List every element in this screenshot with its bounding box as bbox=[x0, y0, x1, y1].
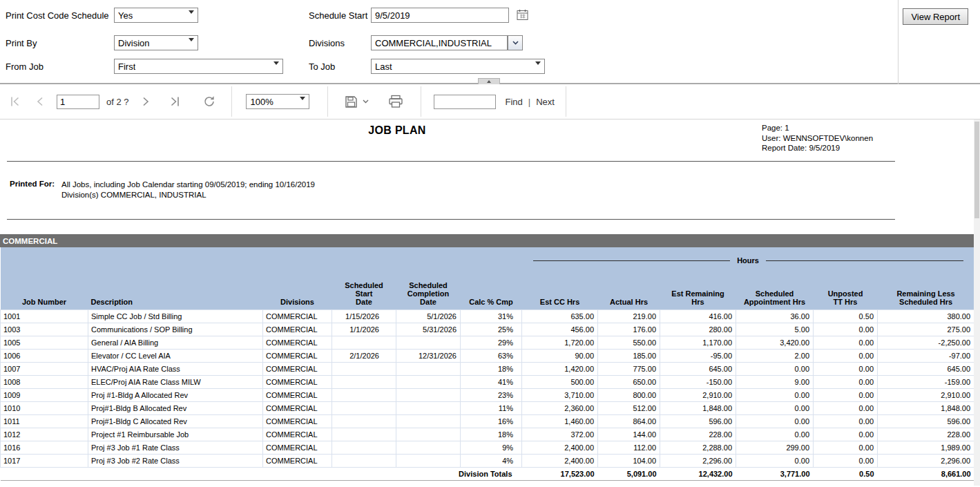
collapse-parameters-handle[interactable] bbox=[478, 78, 500, 84]
table-cell: Elevator / CC Level AIA bbox=[88, 349, 263, 362]
table-cell: 0.00 bbox=[736, 428, 814, 441]
print-cost-code-schedule-select[interactable]: Yes bbox=[114, 8, 198, 23]
print-cost-code-schedule-label: Print Cost Code Schedule bbox=[6, 10, 109, 21]
zoom-select[interactable]: 100% bbox=[246, 94, 309, 109]
next-page-button[interactable] bbox=[137, 93, 154, 110]
table-cell: General / AIA Billing bbox=[88, 336, 263, 349]
vertical-scrollbar[interactable] bbox=[974, 120, 980, 486]
table-cell: 650.00 bbox=[598, 375, 660, 388]
table-cell: 2/1/2026 bbox=[332, 349, 396, 362]
calendar-icon[interactable] bbox=[516, 9, 530, 23]
table-cell: Proj #3 Job #1 Rate Class bbox=[88, 441, 263, 454]
table-cell: 5/31/2026 bbox=[396, 323, 461, 336]
table-row: 1017Proj #3 Job #2 Rate ClassCOMMERCIAL4… bbox=[1, 454, 974, 467]
view-report-button[interactable]: View Report bbox=[903, 8, 968, 25]
table-cell: 2,296.00 bbox=[660, 454, 736, 467]
table-cell: 864.00 bbox=[598, 414, 660, 428]
report-body: JOB PLAN Page: 1 User: WENNSOFTDEV\konne… bbox=[0, 120, 980, 486]
from-job-value: First bbox=[118, 61, 135, 72]
table-cell: 1,170.00 bbox=[660, 336, 736, 349]
export-dropdown-icon[interactable] bbox=[361, 93, 371, 110]
table-row: 1009Proj #1-Bldg A Allocated RevCOMMERCI… bbox=[1, 388, 974, 401]
last-page-button[interactable] bbox=[166, 93, 183, 110]
table-cell: 645.00 bbox=[660, 362, 736, 375]
table-cell: -95.00 bbox=[660, 349, 736, 362]
print-by-select[interactable]: Division bbox=[114, 35, 198, 50]
table-cell: 416.00 bbox=[660, 309, 736, 323]
table-cell: 9.00 bbox=[736, 375, 814, 388]
table-cell bbox=[332, 362, 396, 375]
find-input[interactable] bbox=[434, 95, 496, 109]
print-icon[interactable] bbox=[387, 93, 404, 110]
page-number-input[interactable] bbox=[57, 95, 99, 109]
table-cell: 0.00 bbox=[814, 362, 878, 375]
table-cell: 2.00 bbox=[736, 349, 814, 362]
printed-for-label: Printed For: bbox=[10, 180, 61, 200]
table-cell bbox=[332, 401, 396, 414]
table-cell: 0.00 bbox=[814, 414, 878, 428]
table-row: 1010Proj#1-Bldg B Allocated RevCOMMERCIA… bbox=[1, 401, 974, 414]
table-cell bbox=[396, 414, 461, 428]
previous-page-button[interactable] bbox=[32, 93, 48, 110]
column-header: Scheduled Appointment Hrs bbox=[736, 274, 814, 309]
find-link[interactable]: Find bbox=[506, 97, 523, 107]
table-cell: 0.00 bbox=[814, 428, 878, 441]
table-cell: 1005 bbox=[1, 336, 88, 349]
report-header: JOB PLAN Page: 1 User: WENNSOFTDEV\konne… bbox=[0, 120, 980, 161]
hours-group-label: Hours bbox=[737, 256, 759, 265]
table-cell: 41% bbox=[461, 375, 522, 388]
divisions-input[interactable] bbox=[371, 35, 508, 50]
divisions-dropdown-button[interactable] bbox=[508, 35, 523, 50]
table-cell: 228.00 bbox=[660, 428, 736, 441]
table-cell: COMMERCIAL bbox=[263, 349, 332, 362]
refresh-button[interactable] bbox=[201, 93, 218, 110]
schedule-start-label: Schedule Start bbox=[309, 10, 367, 21]
export-save-icon[interactable] bbox=[343, 93, 360, 110]
table-cell: 0.00 bbox=[814, 336, 878, 349]
table-cell: 0.00 bbox=[814, 388, 878, 401]
hours-group-line bbox=[533, 260, 731, 261]
report-title: JOB PLAN bbox=[0, 124, 794, 137]
table-cell: 0.00 bbox=[814, 323, 878, 336]
table-row: 1006Elevator / CC Level AIACOMMERCIAL2/1… bbox=[1, 349, 974, 362]
table-cell: 1,460.00 bbox=[522, 414, 598, 428]
table-cell: -159.00 bbox=[878, 375, 974, 388]
table-cell: 0.00 bbox=[736, 414, 814, 428]
table-cell: 0.00 bbox=[814, 349, 878, 362]
table-cell: 0.00 bbox=[736, 401, 814, 414]
table-cell: COMMERCIAL bbox=[263, 428, 332, 441]
table-cell: 2,910.00 bbox=[878, 388, 974, 401]
table-cell: 2,288.00 bbox=[660, 441, 736, 454]
division-total-cell: 3,771.00 bbox=[736, 467, 814, 480]
schedule-start-input[interactable] bbox=[371, 8, 509, 23]
to-job-value: Last bbox=[375, 61, 392, 72]
table-cell: COMMERCIAL bbox=[263, 401, 332, 414]
chevron-down-icon bbox=[189, 41, 194, 52]
table-cell bbox=[332, 336, 396, 349]
next-link[interactable]: Next bbox=[536, 97, 555, 107]
user-info: User: WENNSOFTDEV\konnen bbox=[762, 133, 873, 144]
table-cell: COMMERCIAL bbox=[263, 362, 332, 375]
table-cell: 2,360.00 bbox=[522, 401, 598, 414]
panel-divider bbox=[898, 0, 899, 84]
table-cell bbox=[396, 401, 461, 414]
table-cell: 299.00 bbox=[736, 441, 814, 454]
table-cell: 16% bbox=[461, 414, 522, 428]
column-header: Est Remaining Hrs bbox=[660, 274, 736, 309]
table-cell bbox=[396, 362, 461, 375]
table-cell: 3,710.00 bbox=[522, 388, 598, 401]
table-cell: 112.00 bbox=[598, 441, 660, 454]
table-cell: Proj#1-Bldg C Allocated Rev bbox=[88, 414, 263, 428]
scrollbar-thumb[interactable] bbox=[974, 122, 979, 218]
table-cell: 800.00 bbox=[598, 388, 660, 401]
table-cell: 29% bbox=[461, 336, 522, 349]
table-cell: -150.00 bbox=[660, 375, 736, 388]
table-cell: 456.00 bbox=[522, 323, 598, 336]
table-cell: 1011 bbox=[1, 414, 88, 428]
chevron-down-icon bbox=[535, 65, 541, 75]
table-row: 1011Proj#1-Bldg C Allocated RevCOMMERCIA… bbox=[1, 414, 974, 428]
from-job-select[interactable]: First bbox=[114, 59, 283, 74]
first-page-button[interactable] bbox=[7, 93, 23, 110]
printed-for-line: All Jobs, including Job Calendar startin… bbox=[61, 180, 315, 190]
to-job-select[interactable]: Last bbox=[371, 59, 545, 74]
